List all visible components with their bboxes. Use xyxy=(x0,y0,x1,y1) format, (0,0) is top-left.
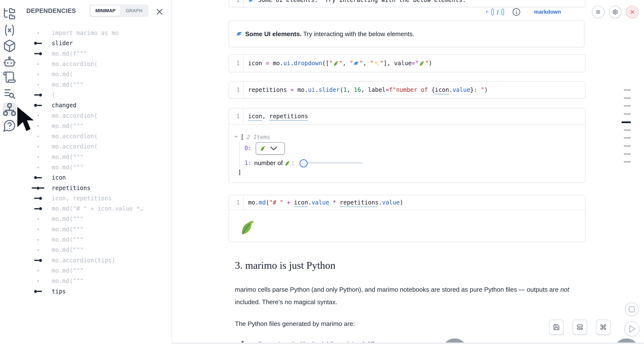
sidebar-variables-icon[interactable] xyxy=(3,24,16,37)
leaf-emoji xyxy=(260,145,266,152)
minimap-item-label: mo.accordion( xyxy=(52,112,98,119)
minimap-item[interactable]: mo.md(""" xyxy=(19,121,171,131)
none-marker-icon xyxy=(30,156,46,158)
minimap-item[interactable]: repetitions xyxy=(19,183,171,193)
minimap-item[interactable]: icon xyxy=(19,173,171,183)
icon-dropdown-select[interactable] xyxy=(256,142,285,155)
leaf-emoji xyxy=(284,159,290,167)
cell-dropdown-editor[interactable]: 1 icon = mo.ui.dropdown(["", "", ""], va… xyxy=(228,54,586,72)
minimap-item[interactable]: mo.md(""" xyxy=(19,266,171,276)
minimap-item[interactable]: icon, repetitions xyxy=(19,193,171,204)
floppy-icon xyxy=(553,324,560,330)
language-button[interactable]: markdown xyxy=(534,9,561,15)
minimap-item[interactable]: mo.md(""" xyxy=(19,235,171,245)
minimap-item-label: icon, repetitions xyxy=(52,195,112,202)
minimap-item-label: ( xyxy=(52,92,55,98)
sidebar-dependencies-icon[interactable] xyxy=(3,103,16,116)
minimap-item-label: mo.md(""" xyxy=(52,81,84,88)
slider-thumb[interactable] xyxy=(300,159,308,167)
close-panel-button[interactable] xyxy=(155,7,164,17)
cell-mark[interactable] xyxy=(624,97,631,99)
wave-emoji xyxy=(236,31,243,37)
minimap-item[interactable]: changed xyxy=(19,100,171,110)
minimap-item-label: mo.md(""" xyxy=(52,267,84,274)
none-marker-icon xyxy=(30,239,46,241)
cell-mark[interactable] xyxy=(624,153,631,155)
sidebar-packages-icon[interactable] xyxy=(3,39,16,53)
minimap-item[interactable]: mo.md(f""" xyxy=(19,49,171,59)
minimap-item[interactable]: import marimo as mo xyxy=(19,28,171,38)
minimap-item-label: mo.md(""" xyxy=(52,247,84,253)
minimap-item-label: changed xyxy=(52,102,76,109)
cell-expr: 1 icon, repetitions [ 2 Items 0: 1: numb… xyxy=(228,108,586,183)
stop-button[interactable] xyxy=(625,302,639,316)
line-gutter: 1 xyxy=(229,108,244,124)
tab-graph[interactable]: GRAPH xyxy=(121,6,147,16)
cell-mark[interactable] xyxy=(624,113,631,115)
none-marker-icon xyxy=(30,125,46,127)
icon-sidebar xyxy=(0,0,19,344)
command-icon xyxy=(600,324,607,330)
reactive-checkbox[interactable] xyxy=(491,9,494,15)
cell-mark[interactable] xyxy=(624,161,631,162)
cell-mark[interactable] xyxy=(624,137,631,138)
minimap-item[interactable]: mo.md("# " + icon.value *… xyxy=(19,204,171,214)
sidebar-ai-assistant-icon[interactable] xyxy=(3,55,16,69)
layout-button[interactable] xyxy=(572,319,587,335)
minimap-item-label: mo.md(""" xyxy=(52,236,84,243)
tab-minimap[interactable]: MINIMAP xyxy=(90,6,120,16)
minimap-item[interactable]: mo.md(""" xyxy=(19,162,171,173)
output-text: Try interacting with the below elements. xyxy=(302,30,414,38)
tree-collapse-icon[interactable] xyxy=(234,134,238,139)
cell-mark[interactable] xyxy=(624,129,631,131)
minimap-item-label: repetitions xyxy=(52,185,90,192)
minimap-item[interactable]: mo.md(""" xyxy=(19,224,171,235)
minimap-item[interactable]: mo.md(""" xyxy=(19,152,171,162)
minimap-item[interactable]: mo.accordion(tips) xyxy=(19,255,171,266)
cell-menu-button[interactable] xyxy=(592,6,604,18)
item-index-0: 0: xyxy=(244,145,252,151)
cell-md-editor[interactable]: 1 mo.md("# " + icon.value * repetitions.… xyxy=(229,195,585,210)
line-number: 1 xyxy=(236,113,240,120)
sidebar-file-tree-icon[interactable] xyxy=(3,7,16,21)
cell-expr-editor[interactable]: 1 icon, repetitions xyxy=(229,108,585,125)
minimap-item[interactable]: mo.md(""" xyxy=(19,276,171,286)
minimap-item[interactable]: mo.md(""" xyxy=(19,214,171,224)
cell-mark[interactable] xyxy=(624,145,631,147)
slider-track[interactable] xyxy=(306,162,363,164)
sidebar-table-of-contents-icon[interactable] xyxy=(3,87,16,101)
bracket-open: [ xyxy=(240,134,244,140)
cell-mark[interactable] xyxy=(624,89,631,91)
sidebar-snippets-icon[interactable] xyxy=(3,70,16,84)
minimap-item[interactable]: mo.accordion( xyxy=(19,141,171,152)
cell-settings-button[interactable] xyxy=(609,6,622,18)
sidebar-help-icon[interactable] xyxy=(3,119,16,132)
panel-title: DEPENDENCIES xyxy=(26,7,76,15)
minimap-item-label: icon xyxy=(52,174,66,181)
panel-tab-group: MINIMAP GRAPH xyxy=(89,5,148,17)
keyboard-shortcuts-button[interactable] xyxy=(596,319,610,335)
minimap-item[interactable]: mo.md(""" xyxy=(19,245,171,255)
minimap-item[interactable]: slider xyxy=(19,38,171,48)
minimap-item[interactable]: mo.accordion( xyxy=(19,131,171,141)
minimap-item[interactable]: ( xyxy=(19,90,171,100)
play-icon xyxy=(625,322,639,336)
minimap-item[interactable]: mo.accordion( xyxy=(19,59,171,69)
cell-delete-button[interactable] xyxy=(626,6,639,18)
cell-mark[interactable] xyxy=(624,105,631,106)
none-marker-icon xyxy=(30,167,46,168)
minimap-item[interactable]: tips xyxy=(19,286,171,296)
minimap-item[interactable]: mo.md(""" xyxy=(19,79,171,90)
cell-mark[interactable] xyxy=(622,121,631,123)
info-icon[interactable] xyxy=(507,7,526,17)
format-checkbox[interactable] xyxy=(502,9,504,15)
save-button[interactable] xyxy=(549,319,564,335)
run-button[interactable] xyxy=(624,321,639,336)
minimap-item-label: mo.accordion( xyxy=(52,143,98,150)
cell-intro-editor[interactable]: 1 Some UI elements. Try interacting with… xyxy=(228,0,586,7)
def-marker-icon xyxy=(30,176,46,179)
none-marker-icon xyxy=(30,280,46,282)
minimap-item[interactable]: mo.accordion( xyxy=(19,110,171,121)
minimap-item[interactable]: mo.md( xyxy=(19,69,171,79)
cell-slider-editor[interactable]: 1 repetitions = mo.ui.slider(1, 16, labe… xyxy=(228,81,586,99)
